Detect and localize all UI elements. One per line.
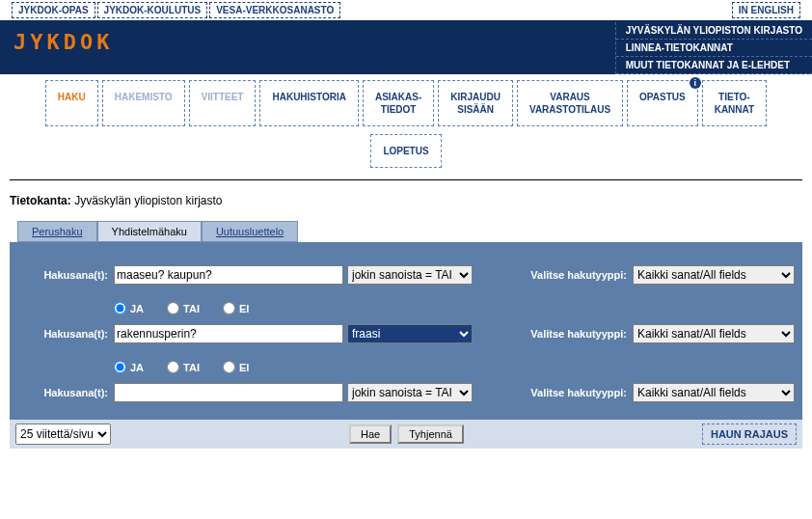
search-row-1: Hakusana(t):jokin sanoista = TAIfraasiVa…: [10, 320, 802, 347]
top-link-vesa[interactable]: VESA-VERKKOSANASTO: [209, 2, 340, 18]
per-page-select[interactable]: 25 viitettä/sivu: [15, 423, 111, 445]
op-tai-2[interactable]: TAI: [167, 361, 200, 373]
header-link-muut[interactable]: MUUT TIETOKANNAT JA E-LEHDET: [616, 57, 812, 74]
refine-button[interactable]: HAUN RAJAUS: [702, 423, 797, 445]
search-button[interactable]: Hae: [349, 424, 392, 444]
type-label-2: Valitse hakutyyppi:: [478, 387, 633, 398]
op-radio-ei-1[interactable]: [223, 302, 235, 314]
op-radio-ja-2[interactable]: [114, 361, 126, 373]
nav-item-1[interactable]: HAKEMISTO: [102, 80, 185, 126]
op-radio-tai-2[interactable]: [167, 361, 179, 373]
nav-item-5[interactable]: KIRJAUDUSISÄÄN: [438, 80, 513, 126]
logo: JYKDOK: [0, 20, 126, 60]
type-select-2[interactable]: Kaikki sanat/All fields: [633, 383, 795, 402]
search-input-1[interactable]: [114, 324, 343, 343]
op-ei-2[interactable]: EI: [223, 361, 249, 373]
word-label-0: Hakusana(t):: [10, 269, 114, 281]
type-select-0[interactable]: Kaikki sanat/All fields: [633, 265, 795, 285]
nav-item-3[interactable]: HAKUHISTORIA: [259, 80, 358, 126]
nav-item-6[interactable]: VARAUSVARASTOTILAUS: [517, 80, 623, 126]
type-label-1: Valitse hakutyyppi:: [478, 328, 633, 340]
nav2-item-0[interactable]: LOPETUS: [370, 134, 441, 168]
search-row-2: Hakusana(t):jokin sanoista = TAIfraasiVa…: [10, 379, 802, 406]
op-radio-ei-2[interactable]: [223, 361, 235, 373]
mode-select-1[interactable]: jokin sanoista = TAIfraasi: [347, 324, 473, 343]
type-select-1[interactable]: Kaikki sanat/All fields: [633, 324, 795, 343]
search-input-0[interactable]: [114, 265, 343, 285]
word-label-1: Hakusana(t):: [10, 328, 114, 340]
database-info: Tietokanta: Jyväskylän yliopiston kirjas…: [0, 190, 812, 221]
op-tai-1[interactable]: TAI: [167, 302, 200, 314]
nav-item-4[interactable]: ASIAKAS-TIEDOT: [363, 80, 434, 126]
tab-0[interactable]: Perushaku: [17, 221, 97, 242]
op-ja-1[interactable]: JA: [114, 302, 144, 314]
search-row-0: Hakusana(t):jokin sanoista = TAIfraasiVa…: [10, 261, 802, 288]
header-link-linnea[interactable]: LINNEA-TIETOKANNAT: [616, 40, 812, 57]
op-ja-2[interactable]: JA: [114, 361, 144, 373]
nav-item-8[interactable]: TIETO-KANNAT: [702, 80, 767, 126]
nav-item-0[interactable]: HAKU: [45, 80, 98, 126]
top-link-koulutus[interactable]: JYKDOK-KOULUTUS: [97, 2, 208, 18]
main-nav: HAKUHAKEMISTOVIITTEETHAKUHISTORIAASIAKAS…: [0, 74, 812, 130]
nav-item-2[interactable]: VIITTEET: [189, 80, 257, 126]
nav-row2: LOPETUS: [0, 130, 812, 178]
op-radio-tai-1[interactable]: [167, 302, 179, 314]
op-radio-ja-1[interactable]: [114, 302, 126, 314]
mode-select-2[interactable]: jokin sanoista = TAIfraasi: [347, 383, 473, 402]
lang-english[interactable]: IN ENGLISH: [732, 2, 800, 18]
type-label-0: Valitse hakutyyppi:: [478, 269, 633, 281]
search-input-2[interactable]: [114, 383, 343, 402]
op-ei-1[interactable]: EI: [223, 302, 249, 314]
mode-select-0[interactable]: jokin sanoista = TAIfraasi: [347, 265, 473, 285]
search-tabs: PerushakuYhdistelmähakuUutuusluettelo: [0, 221, 812, 242]
operator-row-1: JATAIEI: [10, 288, 802, 320]
search-form: Hakusana(t):jokin sanoista = TAIfraasiVa…: [10, 242, 802, 420]
bottom-bar: 25 viitettä/sivu Hae Tyhjennä HAUN RAJAU…: [10, 420, 802, 449]
word-label-2: Hakusana(t):: [10, 387, 114, 398]
header-link-kirjasto[interactable]: JYVÄSKYLÄN YLIOPISTON KIRJASTO: [616, 22, 812, 40]
clear-button[interactable]: Tyhjennä: [397, 424, 464, 444]
divider: [10, 179, 802, 180]
nav-item-7[interactable]: OPASTUSi: [627, 80, 698, 126]
info-icon: i: [690, 77, 701, 89]
tab-1[interactable]: Yhdistelmähaku: [97, 221, 202, 242]
tab-2[interactable]: Uutuusluettelo: [202, 221, 298, 242]
operator-row-2: JATAIEI: [10, 347, 802, 379]
top-link-opas[interactable]: JYKDOK-OPAS: [12, 2, 95, 18]
